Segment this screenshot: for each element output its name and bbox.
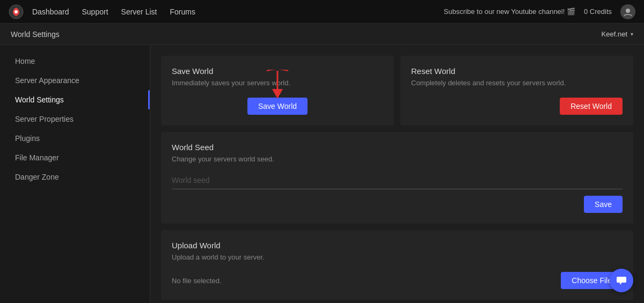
svg-marker-4 — [272, 89, 283, 99]
save-world-card: Save World Immediately saves your server… — [161, 56, 394, 125]
chevron-down-icon: ▾ — [631, 31, 633, 37]
svg-point-2 — [626, 9, 630, 13]
save-world-button[interactable]: Save World — [247, 98, 308, 115]
world-seed-title: World Seed — [172, 143, 623, 152]
sidebar: Home Server Appearance World Settings Se… — [0, 45, 150, 303]
reset-world-card: Reset World Completely deletes and reset… — [400, 56, 633, 125]
page-title: World Settings — [11, 30, 60, 39]
nav-dashboard[interactable]: Dashboard — [32, 8, 69, 16]
world-seed-card: World Seed Change your servers world see… — [161, 132, 633, 224]
upload-row: No file selected. Choose File — [172, 272, 623, 289]
sidebar-item-plugins[interactable]: Plugins — [0, 129, 150, 148]
upload-world-card: Upload World Upload a world to your serv… — [161, 230, 633, 300]
nav-right: Subscribe to our new Youtube channel! 🎬 … — [444, 4, 635, 19]
reset-world-desc: Completely deletes and resets your serve… — [411, 79, 623, 87]
save-world-btn-wrapper: Save World — [172, 98, 383, 115]
top-cards-row: Save World Immediately saves your server… — [161, 56, 633, 125]
top-navigation: Dashboard Support Server List Forums Sub… — [0, 0, 644, 24]
seed-save-row: Save — [172, 196, 623, 213]
upload-world-desc: Upload a world to your server. — [172, 253, 623, 261]
chat-bubble-button[interactable] — [610, 269, 633, 292]
username: Keef.net — [602, 30, 627, 38]
sidebar-item-server-appearance[interactable]: Server Appearance — [0, 71, 150, 90]
sidebar-item-home[interactable]: Home — [0, 51, 150, 71]
arrow-annotation — [261, 70, 294, 99]
main-layout: Home Server Appearance World Settings Se… — [0, 45, 644, 303]
nav-server-list[interactable]: Server List — [121, 8, 157, 16]
seed-input[interactable] — [172, 174, 623, 187]
sidebar-item-world-settings[interactable]: World Settings — [0, 90, 150, 109]
nav-links: Dashboard Support Server List Forums — [32, 8, 444, 16]
credits-button[interactable]: 0 Credits — [584, 8, 612, 16]
nav-forums[interactable]: Forums — [170, 8, 195, 16]
upload-world-title: Upload World — [172, 241, 623, 250]
logo[interactable] — [9, 4, 24, 19]
sidebar-item-file-manager[interactable]: File Manager — [0, 148, 150, 167]
user-avatar[interactable] — [620, 4, 635, 19]
nav-support[interactable]: Support — [82, 8, 108, 16]
no-file-label: No file selected. — [172, 277, 222, 285]
main-content: Save World Immediately saves your server… — [150, 45, 644, 303]
svg-point-1 — [14, 10, 18, 13]
sidebar-item-server-properties[interactable]: Server Properties — [0, 109, 150, 129]
seed-input-wrapper — [172, 174, 623, 189]
seed-save-button[interactable]: Save — [584, 196, 623, 213]
world-seed-desc: Change your servers world seed. — [172, 155, 623, 163]
user-dropdown[interactable]: Keef.net ▾ — [602, 30, 633, 38]
subscribe-text: Subscribe to our new Youtube channel! 🎬 — [444, 8, 575, 16]
sidebar-item-danger-zone[interactable]: Danger Zone — [0, 167, 150, 187]
reset-world-title: Reset World — [411, 66, 623, 76]
breadcrumb-bar: World Settings Keef.net ▾ — [0, 24, 644, 45]
reset-world-button[interactable]: Reset World — [560, 98, 623, 115]
